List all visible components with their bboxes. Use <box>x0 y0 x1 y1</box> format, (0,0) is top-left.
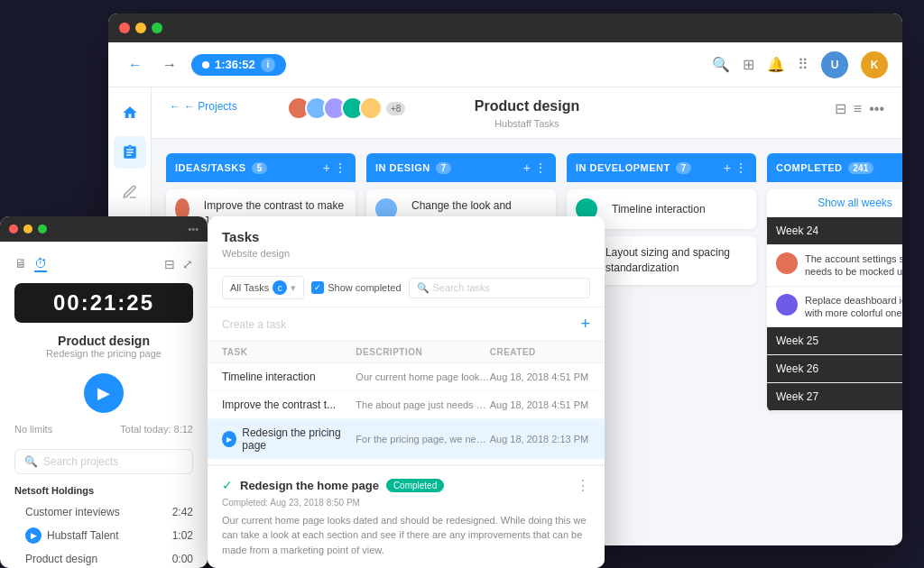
week-27-header[interactable]: Week 27 ▾ <box>767 383 902 411</box>
show-all-weeks-link[interactable]: Show all weeks <box>767 189 902 217</box>
timer-minimize[interactable] <box>23 224 32 234</box>
column-header-completed: COMPLETED 241 + ⋮ <box>767 153 902 182</box>
tasks-subtitle: Website design <box>222 248 290 259</box>
task-row-contrast[interactable]: Improve the contrast t... The about page… <box>208 391 605 419</box>
column-more-design[interactable]: ⋮ <box>534 160 547 175</box>
timer-badge[interactable]: 1:36:52 i <box>191 54 286 76</box>
show-completed-checkbox[interactable]: ✓ Show completed <box>311 281 401 294</box>
sidebar-item-home[interactable] <box>114 96 146 129</box>
column-add-ideas[interactable]: + <box>323 160 330 175</box>
grid-icon[interactable]: ⠿ <box>798 56 808 73</box>
tasks-title: Tasks <box>222 229 590 244</box>
task-name-timeline: Timeline interaction <box>222 371 356 383</box>
task-row-pricing[interactable]: ▶ Redesign the pricing page For the pric… <box>208 419 605 460</box>
timer-settings-icon[interactable]: ⊟ <box>164 257 175 271</box>
checkbox-checked: ✓ <box>311 281 324 294</box>
col-description: DESCRIPTION <box>356 347 489 357</box>
week-card-text-2: Replace deashboard icons with more color… <box>805 294 902 320</box>
client-netsoft-label: Netsoft Holdings <box>14 485 193 496</box>
timer-top-bar: 🖥 ⏱ ⊟ ⤢ <box>14 256 193 272</box>
timer-content: 🖥 ⏱ ⊟ ⤢ 00:21:25 Product design Redesign… <box>0 242 208 568</box>
timer-screen-icon[interactable]: 🖥 <box>14 256 27 272</box>
layout-icon[interactable]: ⊟ <box>835 100 846 117</box>
devices-icon[interactable]: ⊞ <box>743 56 754 73</box>
task-date-timeline: Aug 18, 2018 4:51 PM <box>490 371 590 382</box>
column-count-completed: 241 <box>848 162 874 174</box>
column-add-dev[interactable]: + <box>724 160 731 175</box>
column-add-design[interactable]: + <box>523 160 531 175</box>
card-text-5: Layout sizing and spacing standardizatio… <box>605 245 747 276</box>
tasks-panel-header: Tasks Website design <box>208 216 605 269</box>
create-task-input[interactable]: Create a task <box>222 318 580 331</box>
dropdown-chevron: ▾ <box>291 282 296 294</box>
week-card-avatar-2 <box>776 294 798 316</box>
create-task-add-button[interactable]: + <box>580 315 590 334</box>
column-title-dev: IN DEVELOPMENT <box>576 162 670 173</box>
timer-window: ••• 🖥 ⏱ ⊟ ⤢ 00:21:25 Product design Rede… <box>0 216 208 568</box>
user-avatar[interactable]: U <box>821 51 848 78</box>
column-title-ideas: IDEAS/TASKS <box>175 162 246 173</box>
project-name: Product design <box>170 98 884 115</box>
project-header: ← ← Projects Product design Hubstaff Tas… <box>152 87 902 139</box>
project-hubstaff-talent[interactable]: ▶ Hubstaff Talent 1:02 <box>14 523 193 548</box>
list-icon[interactable]: ≡ <box>854 101 862 117</box>
project-customer-interviews[interactable]: Customer inteviews 2:42 <box>14 501 193 523</box>
toolbar-icons: 🔍 ⊞ 🔔 ⠿ U K <box>712 51 888 78</box>
task-date-pricing: Aug 18, 2018 2:13 PM <box>490 434 590 444</box>
timer-display: 1:36:52 <box>215 58 255 71</box>
forward-nav-button[interactable]: → <box>157 52 182 78</box>
avatar-5 <box>359 96 383 120</box>
member-avatars: +8 <box>287 96 405 120</box>
timer-dot <box>202 61 209 69</box>
toolbar: ← → 1:36:52 i 🔍 ⊞ 🔔 ⠿ U K <box>108 42 902 87</box>
timer-search-projects[interactable]: 🔍 Search projects <box>14 449 193 474</box>
task-row-timeline[interactable]: Timeline interaction Our current home pa… <box>208 363 605 391</box>
close-button[interactable] <box>119 23 130 33</box>
timer-close[interactable] <box>9 224 18 234</box>
timer-total-today: Total today: 8:12 <box>120 424 193 435</box>
week-26-header[interactable]: Week 26 ▾ <box>767 355 902 383</box>
week-24-header[interactable]: Week 24 ▾ <box>767 217 902 245</box>
sidebar-item-tasks[interactable] <box>114 136 146 169</box>
timer-task-name: Redesign the pricing page <box>14 348 193 359</box>
week-card-avatar-1 <box>776 252 798 274</box>
column-more-ideas[interactable]: ⋮ <box>334 160 346 175</box>
week-25-header[interactable]: Week 25 ▾ <box>767 327 902 355</box>
minimize-button[interactable] <box>135 23 146 33</box>
timer-action-icons: ⊟ ⤢ <box>164 257 193 271</box>
active-task-indicator: ▶ <box>222 431 236 447</box>
completed-check-icon: ✓ <box>222 478 233 492</box>
search-icon: 🔍 <box>24 455 38 468</box>
timer-info[interactable]: i <box>261 58 275 72</box>
week-24-card-1: The account settings screen needs to be … <box>767 245 902 287</box>
column-header-dev: IN DEVELOPMENT 7 + ⋮ <box>567 153 756 182</box>
timer-expand-icon[interactable]: ⤢ <box>182 257 193 271</box>
column-header-design: IN DESIGN 7 + ⋮ <box>366 153 556 182</box>
column-completed: COMPLETED 241 + ⋮ Show all weeks Week 24 <box>767 153 902 527</box>
back-to-projects[interactable]: ← ← Projects <box>170 100 237 113</box>
completed-task-menu[interactable]: ⋮ <box>576 477 590 494</box>
project-product-design-netsoft[interactable]: Product design 0:00 <box>14 548 193 568</box>
bell-icon[interactable]: 🔔 <box>767 56 785 73</box>
tasks-filter-select[interactable]: All Tasks c ▾ <box>222 276 304 299</box>
column-more-dev[interactable]: ⋮ <box>735 160 747 175</box>
task-desc-contrast: The about page just needs a bit of makeu… <box>356 399 489 410</box>
timer-more-menu[interactable]: ••• <box>52 224 199 234</box>
back-nav-button[interactable]: ← <box>123 52 148 78</box>
user-avatar-k[interactable]: K <box>861 51 888 78</box>
task-name-pricing: ▶ Redesign the pricing page <box>222 426 356 452</box>
col-created: CREATED <box>490 347 590 357</box>
week-24-label: Week 24 <box>776 224 818 237</box>
task-search[interactable]: 🔍 Search tasks <box>409 278 590 298</box>
play-icon-small: ▶ <box>25 527 42 544</box>
timer-clock-icon[interactable]: ⏱ <box>34 256 47 272</box>
tasks-table-header: TASK DESCRIPTION CREATED <box>208 342 605 363</box>
timer-play-button[interactable]: ▶ <box>84 373 124 413</box>
more-icon[interactable]: ••• <box>869 101 884 117</box>
maximize-button[interactable] <box>152 23 162 33</box>
search-icon[interactable]: 🔍 <box>712 56 730 73</box>
timer-play-row: ▶ <box>14 373 193 413</box>
project-subtitle: Hubstaff Tasks <box>494 118 559 129</box>
timer-maximize[interactable] <box>38 224 47 234</box>
sidebar-item-pen[interactable] <box>114 176 146 208</box>
